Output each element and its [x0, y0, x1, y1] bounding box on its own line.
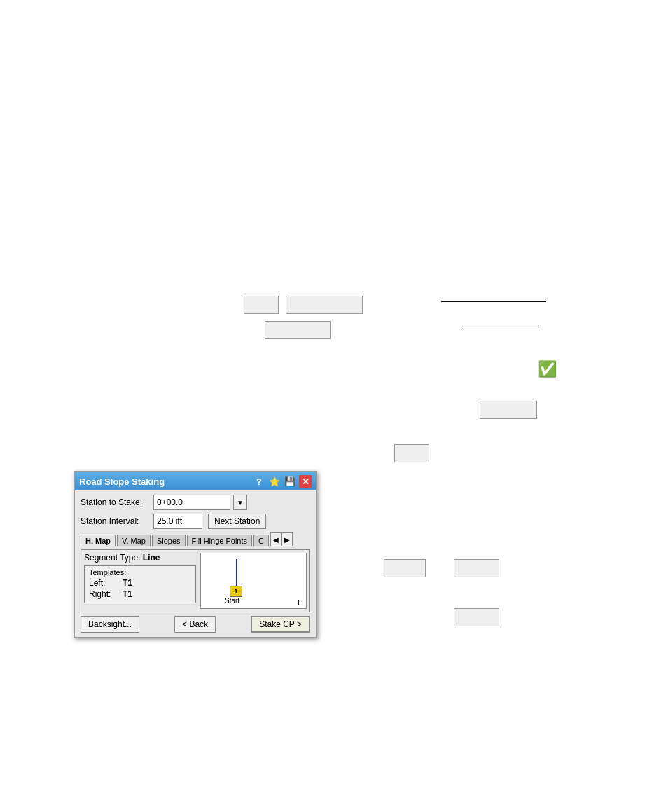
tab-vmap[interactable]: V. Map: [117, 535, 151, 546]
station-dropdown-btn[interactable]: ▼: [233, 495, 247, 510]
green-checkmark: ✅: [538, 360, 557, 378]
scattered-line-2: [462, 326, 539, 326]
interval-input[interactable]: [153, 514, 202, 529]
scattered-btn-6[interactable]: [384, 559, 426, 577]
scattered-btn-2[interactable]: [286, 296, 363, 314]
dialog-titlebar: Road Slope Staking ? ⭐ 💾 ✕: [75, 472, 316, 490]
scattered-btn-1[interactable]: [244, 296, 279, 314]
next-station-button[interactable]: Next Station: [208, 514, 266, 529]
tab-fill-hinge[interactable]: Fill Hinge Points: [187, 535, 252, 546]
tab-next-btn[interactable]: ▶: [281, 532, 293, 546]
stake-cp-button[interactable]: Stake CP >: [251, 616, 310, 633]
station-icon: 1: [230, 586, 242, 597]
segment-type-value: Line: [143, 553, 160, 563]
scattered-btn-7[interactable]: [454, 559, 499, 577]
scattered-line-1: [441, 301, 546, 302]
left-template-value: T1: [123, 578, 132, 588]
interval-label: Station Interval:: [81, 516, 151, 526]
map-canvas: 1 Start H: [200, 553, 307, 609]
tab-slopes[interactable]: Slopes: [152, 535, 186, 546]
station-label: Station to Stake:: [81, 497, 151, 507]
tab-hmap[interactable]: H. Map: [81, 535, 116, 546]
road-slope-staking-dialog: Road Slope Staking ? ⭐ 💾 ✕ Station to St…: [74, 471, 317, 638]
station-input[interactable]: [153, 495, 230, 510]
save-icon[interactable]: 💾: [284, 475, 296, 488]
segment-type-label: Segment Type:: [84, 553, 141, 563]
templates-title: Templates:: [89, 568, 191, 577]
bookmark-icon[interactable]: ⭐: [268, 475, 281, 488]
map-h-label: H: [298, 598, 303, 607]
scattered-btn-8[interactable]: [454, 608, 499, 626]
tab-prev-btn[interactable]: ◀: [270, 532, 281, 546]
right-template-value: T1: [123, 589, 132, 599]
start-label: Start: [225, 597, 239, 605]
right-template-label: Right:: [89, 589, 117, 599]
close-icon[interactable]: ✕: [299, 475, 312, 488]
tab-c[interactable]: C: [253, 535, 269, 546]
help-icon[interactable]: ?: [253, 475, 265, 488]
back-button[interactable]: < Back: [174, 616, 216, 633]
backsight-button[interactable]: Backsight...: [81, 616, 139, 633]
scattered-btn-5[interactable]: [394, 444, 429, 462]
dialog-title: Road Slope Staking: [79, 476, 253, 487]
left-template-label: Left:: [89, 578, 117, 588]
scattered-btn-3[interactable]: [265, 321, 331, 339]
scattered-btn-4[interactable]: [480, 401, 537, 419]
